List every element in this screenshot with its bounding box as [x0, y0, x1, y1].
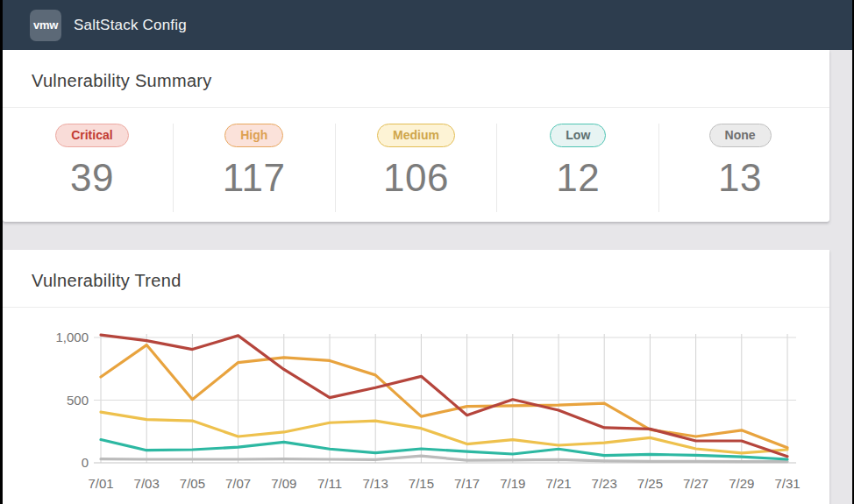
svg-text:7/27: 7/27 [683, 476, 708, 491]
medium-badge[interactable]: Medium [377, 124, 455, 147]
svg-text:7/11: 7/11 [317, 476, 342, 491]
svg-text:7/01: 7/01 [88, 476, 113, 491]
svg-text:1,000: 1,000 [55, 330, 89, 344]
svg-text:7/03: 7/03 [134, 476, 160, 491]
svg-text:7/23: 7/23 [592, 476, 617, 491]
svg-text:7/19: 7/19 [500, 476, 525, 491]
svg-text:7/05: 7/05 [180, 476, 205, 491]
divider [3, 307, 829, 308]
low-count: 12 [556, 156, 600, 200]
trend-card-title: Vulnerability Trend [3, 250, 829, 307]
svg-text:7/07: 7/07 [225, 476, 251, 491]
svg-text:7/31: 7/31 [774, 476, 800, 491]
stat-low: Low 12 [496, 124, 658, 212]
vulnerability-summary-card: Vulnerability Summary Critical 39 High 1… [3, 50, 829, 222]
vulnerability-trend-card: Vulnerability Trend 7/017/037/057/077/09… [3, 250, 829, 504]
svg-text:7/21: 7/21 [545, 476, 571, 491]
critical-badge[interactable]: Critical [55, 124, 128, 147]
svg-text:500: 500 [67, 393, 89, 408]
app-header: vmw SaltStack Config [3, 0, 852, 50]
vmware-logo[interactable]: vmw [30, 10, 61, 41]
stat-medium: Medium 106 [335, 124, 497, 212]
high-count: 117 [223, 156, 286, 200]
svg-text:7/17: 7/17 [454, 476, 480, 491]
app-title: SaltStack Config [74, 17, 187, 34]
card-gap [3, 222, 852, 250]
app-window: vmw SaltStack Config Vulnerability Summa… [3, 0, 852, 504]
summary-stats-row: Critical 39 High 117 Medium 106 Low 12 N… [3, 108, 829, 212]
stat-high: High 117 [173, 124, 335, 212]
none-count: 13 [718, 156, 762, 200]
none-badge[interactable]: None [709, 124, 772, 147]
svg-text:7/29: 7/29 [729, 476, 754, 491]
svg-text:7/09: 7/09 [271, 476, 296, 491]
medium-count: 106 [383, 156, 449, 200]
low-badge[interactable]: Low [550, 124, 606, 147]
summary-card-title: Vulnerability Summary [3, 50, 829, 107]
critical-count: 39 [70, 156, 114, 200]
vulnerability-trend-chart[interactable]: 7/017/037/057/077/097/117/137/157/177/19… [3, 320, 827, 504]
svg-text:7/13: 7/13 [363, 476, 388, 491]
high-badge[interactable]: High [224, 124, 283, 147]
svg-text:7/25: 7/25 [637, 476, 663, 491]
svg-text:7/15: 7/15 [409, 476, 434, 491]
svg-text:0: 0 [82, 455, 89, 470]
stat-critical: Critical 39 [11, 124, 173, 212]
stat-none: None 13 [658, 124, 821, 212]
